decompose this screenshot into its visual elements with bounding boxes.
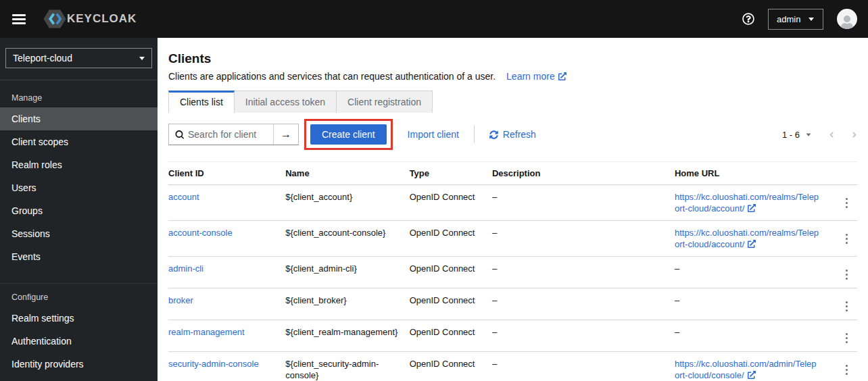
sidebar-nav: ManageClientsClient scopesRealm rolesUse… — [0, 80, 158, 376]
kebab-menu-button[interactable] — [840, 363, 854, 378]
home-url-link[interactable]: https://kc.oluoshati.com/admin/Teleport-… — [675, 359, 817, 380]
client-id-link[interactable]: realm-management — [168, 327, 245, 337]
person-icon — [841, 16, 853, 29]
table-row: broker ${client_broker} OpenID Connect –… — [168, 288, 857, 320]
client-name-cell: ${client_account} — [285, 185, 409, 221]
client-type-cell: OpenID Connect — [410, 320, 492, 352]
refresh-label: Refresh — [503, 129, 536, 140]
pagination-range-dropdown[interactable]: 1 - 6 — [782, 130, 811, 140]
nav-section-manage: ManageClientsClient scopesRealm rolesUse… — [0, 87, 158, 268]
realm-selector-block: Teleport-cloud — [0, 38, 158, 80]
column-header-type: Type — [410, 162, 492, 185]
client-id-link[interactable]: account — [168, 192, 199, 202]
external-link-icon — [748, 240, 756, 248]
search-icon — [175, 130, 184, 139]
chevron-down-icon — [139, 57, 145, 60]
page-description: Clients are applications and services th… — [168, 71, 857, 82]
pagination-top: 1 - 6 — [782, 130, 857, 140]
client-id-link[interactable]: security-admin-console — [168, 359, 259, 369]
learn-more-label: Learn more — [506, 71, 555, 82]
client-name-cell: ${client_account-console} — [285, 221, 409, 257]
client-description-cell: – — [492, 185, 675, 221]
table-header-row: Client IDNameTypeDescriptionHome URL — [168, 162, 857, 185]
keycloak-logo: KEYCLOAK — [43, 9, 137, 29]
top-bar: KEYCLOAK admin — [0, 0, 868, 38]
kebab-menu-button[interactable] — [840, 299, 854, 314]
column-header-home-url: Home URL — [675, 162, 829, 185]
sidebar-item-clients[interactable]: Clients — [0, 107, 158, 130]
tab-bar: Clients listInitial access tokenClient r… — [168, 91, 857, 113]
keycloak-logo-icon — [43, 9, 66, 29]
create-client-button[interactable]: Create client — [310, 124, 387, 145]
help-icon[interactable] — [742, 13, 754, 25]
realm-name: Teleport-cloud — [13, 53, 72, 63]
sidebar-item-events[interactable]: Events — [0, 245, 158, 268]
hamburger-menu-icon[interactable] — [12, 14, 26, 24]
sidebar-item-identity-providers[interactable]: Identity providers — [0, 353, 158, 376]
client-id-link[interactable]: admin-cli — [168, 263, 203, 274]
column-header-actions — [829, 162, 857, 185]
chevron-down-icon — [809, 18, 814, 21]
sidebar-item-realm-settings[interactable]: Realm settings — [0, 307, 158, 330]
realm-selector-dropdown[interactable]: Teleport-cloud — [5, 48, 152, 68]
home-url-link[interactable]: https://kc.oluoshati.com/realms/Teleport… — [675, 192, 819, 213]
kebab-menu-button[interactable] — [840, 331, 854, 346]
pagination-next-button[interactable] — [852, 130, 857, 139]
client-description-cell: – — [492, 288, 675, 320]
external-link-icon — [748, 371, 756, 379]
home-url-link[interactable]: https://kc.oluoshati.com/realms/Teleport… — [675, 228, 819, 249]
pagination-range: 1 - 6 — [782, 130, 800, 140]
refresh-link[interactable]: Refresh — [489, 129, 536, 140]
import-client-link[interactable]: Import client — [408, 129, 459, 140]
tab-initial-access-token[interactable]: Initial access token — [235, 91, 337, 113]
kebab-menu-button[interactable] — [840, 196, 854, 211]
chevron-left-icon — [829, 130, 834, 139]
table-row: security-admin-console ${client_security… — [168, 352, 857, 381]
toolbar: → Create client Import client Refresh 1 … — [168, 119, 857, 155]
avatar[interactable] — [837, 9, 857, 29]
client-name-cell: ${client_admin-cli} — [285, 257, 409, 288]
nav-section-configure: ConfigureRealm settingsAuthenticationIde… — [0, 283, 158, 376]
user-menu-dropdown[interactable]: admin — [768, 9, 823, 30]
table-row: realm-management ${client_realm-manageme… — [168, 320, 857, 352]
search-input[interactable] — [188, 129, 268, 140]
column-header-description: Description — [492, 162, 675, 185]
kebab-menu-button[interactable] — [840, 232, 854, 247]
tab-client-registration[interactable]: Client registration — [337, 91, 433, 113]
tab-clients-list[interactable]: Clients list — [168, 91, 235, 113]
sidebar-item-authentication[interactable]: Authentication — [0, 330, 158, 353]
column-header-name: Name — [285, 162, 409, 185]
external-link-icon — [748, 204, 756, 212]
page-description-text: Clients are applications and services th… — [168, 71, 496, 82]
nav-section-label: Configure — [0, 286, 158, 307]
home-url-empty: – — [675, 295, 679, 305]
username: admin — [777, 14, 800, 24]
home-url-empty: – — [675, 263, 679, 274]
kebab-menu-button[interactable] — [840, 268, 854, 282]
external-link-icon — [558, 72, 566, 80]
client-type-cell: OpenID Connect — [410, 221, 492, 257]
search-group: → — [168, 124, 299, 145]
client-description-cell: – — [492, 257, 675, 288]
sidebar-item-users[interactable]: Users — [0, 176, 158, 199]
client-id-link[interactable]: account-console — [168, 228, 233, 238]
toolbar-divider — [474, 126, 475, 143]
search-submit-button[interactable]: → — [273, 124, 298, 145]
brand-text: KEYCLOAK — [67, 12, 137, 26]
chevron-down-icon — [806, 133, 811, 136]
learn-more-link[interactable]: Learn more — [506, 71, 566, 82]
sidebar-item-realm-roles[interactable]: Realm roles — [0, 153, 158, 176]
pagination-prev-button[interactable] — [829, 130, 834, 139]
clients-table: Client IDNameTypeDescriptionHome URL acc… — [168, 161, 857, 381]
sidebar: Teleport-cloud ManageClientsClient scope… — [0, 38, 158, 381]
page-title: Clients — [168, 51, 857, 66]
client-id-link[interactable]: broker — [168, 295, 193, 305]
table-row: admin-cli ${client_admin-cli} OpenID Con… — [168, 257, 857, 288]
table-row: account ${client_account} OpenID Connect… — [168, 185, 857, 221]
nav-section-label: Manage — [0, 87, 158, 107]
table-row: account-console ${client_account-console… — [168, 221, 857, 257]
sidebar-item-sessions[interactable]: Sessions — [0, 222, 158, 245]
sidebar-item-client-scopes[interactable]: Client scopes — [0, 130, 158, 153]
sidebar-item-groups[interactable]: Groups — [0, 199, 158, 222]
client-type-cell: OpenID Connect — [410, 352, 492, 381]
